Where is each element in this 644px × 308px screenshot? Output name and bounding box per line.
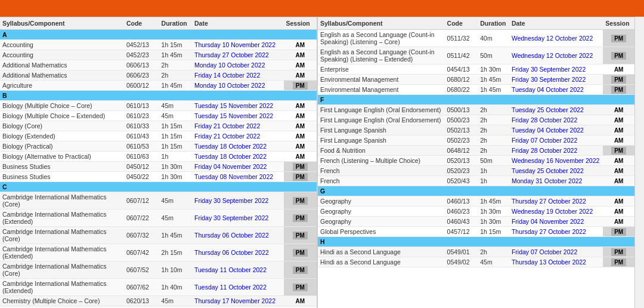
table-row: Agriculture0600/121h 45mMonday 10 Octobe…: [0, 81, 317, 91]
cell-duration: 1h 30m: [159, 162, 192, 172]
cell-code: 0460/23: [445, 207, 478, 217]
cell-date: Tuesday 15 November 2022: [192, 111, 284, 121]
section-header-h: H: [318, 237, 634, 247]
cell-duration: 1h 40m: [159, 279, 192, 296]
cell-code: 0500/13: [445, 105, 478, 115]
cell-code: 0511/32: [445, 30, 478, 47]
cell-code: 0460/13: [445, 196, 478, 207]
cell-date: Friday 07 October 2022: [509, 247, 603, 257]
cell-duration: 1h: [159, 152, 192, 162]
cell-code: 0452/23: [124, 50, 159, 60]
cell-duration: 2h: [478, 146, 509, 156]
cell-session: PM: [603, 30, 634, 47]
icon-area: [634, 17, 644, 308]
cell-syllabus: First Language English (Oral Endorsement…: [318, 115, 445, 125]
cell-date: Tuesday 08 November 2022: [192, 172, 284, 182]
cell-syllabus: Cambridge International Mathematics (Ext…: [0, 210, 124, 227]
right-table: Syllabus/Component Code Duration Date Se…: [318, 17, 634, 267]
cell-syllabus: First Language English (Oral Endorsement…: [318, 105, 445, 115]
cell-code: 0460/43: [445, 217, 478, 227]
cell-code: 0607/62: [124, 279, 159, 296]
cell-date: Thursday 27 October 2022: [509, 196, 603, 207]
table-row: First Language English (Oral Endorsement…: [318, 105, 634, 115]
cell-date: Friday 21 October 2022: [192, 121, 284, 131]
cell-duration: 2h: [159, 60, 192, 70]
cell-duration: 1h 45m: [159, 227, 192, 244]
cell-syllabus: French: [318, 176, 445, 186]
col-header-code-2: Code: [445, 17, 478, 30]
cell-duration: 50m: [478, 47, 509, 64]
cell-duration: 40m: [478, 30, 509, 47]
cell-syllabus: First Language Spanish: [318, 125, 445, 135]
cell-duration: 2h: [478, 115, 509, 125]
cell-session: AM: [603, 207, 634, 217]
cell-code: 0457/12: [445, 227, 478, 237]
cell-syllabus: Food & Nutrition: [318, 146, 445, 156]
cell-date: Thursday 17 November 2022: [192, 306, 284, 309]
table-row: English as a Second Language (Count-in S…: [318, 30, 634, 47]
cell-code: 0607/32: [124, 227, 159, 244]
cell-duration: 50m: [478, 156, 509, 166]
cell-duration: 1h: [478, 166, 509, 176]
cell-session: AM: [284, 131, 317, 141]
col-header-date-2: Date: [509, 17, 603, 30]
cell-syllabus: French: [318, 166, 445, 176]
cell-session: AM: [603, 156, 634, 166]
cell-syllabus: Additional Mathematics: [0, 70, 124, 81]
table-row: Food & Nutrition0648/122hFriday 28 Octob…: [318, 146, 634, 156]
cell-code: 0620/23: [124, 306, 159, 309]
table-row: French (Listening – Multiple Choice)0520…: [318, 156, 634, 166]
left-table: Syllabus/Component Code Duration Date Se…: [0, 17, 317, 308]
table-row: Environmental Management0680/121h 45mFri…: [318, 75, 634, 85]
cell-code: 0502/13: [445, 125, 478, 135]
cell-duration: 45m: [478, 257, 509, 267]
cell-duration: 2h: [159, 70, 192, 81]
table-row: Geography0460/131h 45mThursday 27 Octobe…: [318, 196, 634, 207]
table-row: Biology (Practical)0610/531h 15mTuesday …: [0, 141, 317, 152]
app-header: [0, 0, 644, 17]
cell-duration: 1h 45m: [478, 85, 509, 95]
cell-date: Thursday 27 October 2022: [509, 227, 603, 237]
cell-date: Friday 14 October 2022: [192, 70, 284, 81]
cell-duration: 2h 15m: [159, 244, 192, 261]
right-table-section: Syllabus/Component Code Duration Date Se…: [318, 17, 634, 308]
cell-session: PM: [603, 227, 634, 237]
cell-code: 0607/22: [124, 210, 159, 227]
cell-date: Friday 30 September 2022: [509, 64, 603, 75]
cell-syllabus: Additional Mathematics: [0, 60, 124, 70]
table-row: Chemistry (Multiple Choice – Extended)06…: [0, 306, 317, 309]
cell-date: Friday 21 October 2022: [192, 131, 284, 141]
cell-syllabus: Cambridge International Mathematics (Cor…: [0, 192, 124, 210]
cell-date: Tuesday 11 October 2022: [192, 279, 284, 296]
cell-date: Wednesday 16 November 2022: [509, 156, 603, 166]
cell-syllabus: Cambridge International Mathematics (Ext…: [0, 279, 124, 296]
cell-duration: 1h 45m: [478, 75, 509, 85]
cell-date: Thursday 17 November 2022: [192, 296, 284, 306]
table-row: Additional Mathematics0606/232hFriday 14…: [0, 70, 317, 81]
table-row: Biology (Alternative to Practical)0610/6…: [0, 152, 317, 162]
cell-session: AM: [603, 176, 634, 186]
cell-duration: 1h 15m: [159, 131, 192, 141]
cell-code: 0511/42: [445, 47, 478, 64]
cell-duration: 1h 45m: [478, 196, 509, 207]
cell-syllabus: Business Studies: [0, 172, 124, 182]
cell-syllabus: Accounting: [0, 50, 124, 60]
section-header-a: A: [0, 30, 317, 40]
cell-code: 0520/23: [445, 166, 478, 176]
cell-session: PM: [603, 247, 634, 257]
cell-session: PM: [284, 172, 317, 182]
cell-date: Tuesday 25 October 2022: [509, 166, 603, 176]
cell-date: Friday 04 November 2022: [192, 162, 284, 172]
cell-session: PM: [603, 85, 634, 95]
cell-syllabus: Global Perspectives: [318, 227, 445, 237]
cell-code: 0680/12: [445, 75, 478, 85]
cell-date: Thursday 13 October 2022: [509, 257, 603, 267]
table-row: Geography0460/231h 30mWednesday 19 Octob…: [318, 207, 634, 217]
cell-date: Thursday 10 November 2022: [192, 40, 284, 50]
cell-syllabus: English as a Second Language (Count-in S…: [318, 30, 445, 47]
cell-duration: 1h 10m: [159, 261, 192, 279]
cell-syllabus: Biology (Practical): [0, 141, 124, 152]
cell-code: 0680/22: [445, 85, 478, 95]
cell-session: AM: [284, 40, 317, 50]
cell-syllabus: Chemistry (Multiple Choice – Core): [0, 296, 124, 306]
